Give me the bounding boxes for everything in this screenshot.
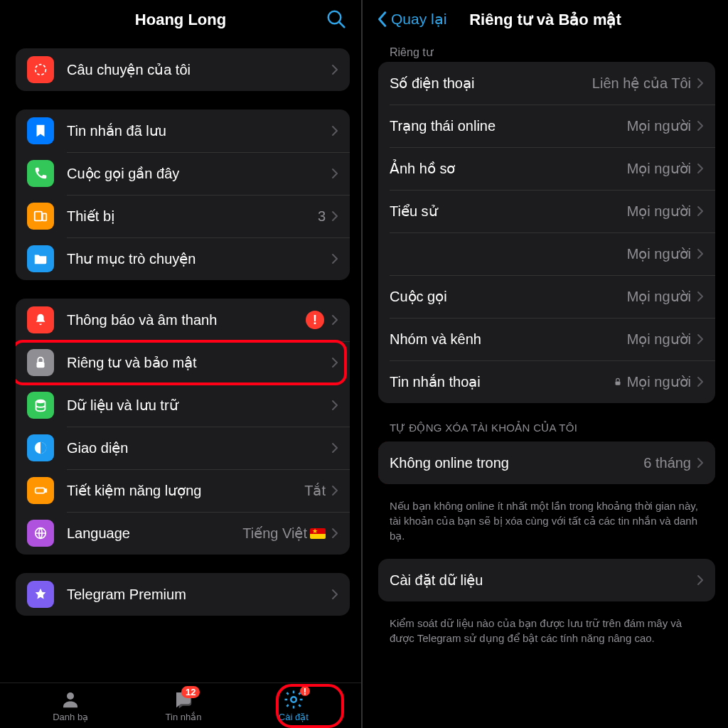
globe-icon: [27, 520, 54, 547]
privacy-row[interactable]: Nhóm và kênhMọi người: [378, 318, 715, 360]
settings-group: Thông báo và âm thanh!Riêng tư và bảo mậ…: [16, 299, 350, 555]
settings-group: Tin nhắn đã lưuCuộc gọi gần đâyThiết bị3…: [16, 109, 350, 280]
chevron-right-icon: [331, 125, 338, 136]
auto-delete-row[interactable]: Không online trong6 tháng: [378, 441, 715, 484]
svg-point-11: [67, 692, 74, 700]
privacy-row[interactable]: Số điện thoạiLiên hệ của Tôi: [378, 62, 715, 105]
privacy-row[interactable]: Mọi người: [378, 232, 715, 275]
alert-icon: !: [306, 311, 324, 329]
tab-chats[interactable]: Tin nhắn12: [166, 689, 202, 722]
row-label: Nhóm và kênh: [390, 331, 627, 348]
tab-label: Tin nhắn: [166, 712, 202, 722]
chevron-right-icon: [331, 314, 338, 326]
row-label: Cuộc gọi: [390, 288, 627, 305]
privacy-row[interactable]: Cuộc gọiMọi người: [378, 275, 715, 318]
appearance-icon: [27, 434, 54, 461]
privacy-row[interactable]: Ảnh hồ sơMọi người: [378, 147, 715, 190]
settings-row-bell[interactable]: Thông báo và âm thanh!: [16, 299, 350, 341]
devices-icon: [27, 203, 54, 230]
bell-icon: [27, 306, 54, 333]
phone-icon: [27, 160, 54, 187]
lock-icon: [27, 349, 54, 376]
svg-rect-4: [43, 213, 47, 220]
settings-row-story[interactable]: Câu chuyện của tôi: [16, 48, 350, 91]
chevron-right-icon: [697, 457, 704, 469]
settings-row-battery[interactable]: Tiết kiệm năng lượngTắt: [16, 469, 350, 512]
row-label: Số điện thoại: [390, 75, 592, 92]
row-label: Tin nhắn đã lưu: [67, 122, 331, 139]
svg-point-6: [36, 400, 46, 404]
data-settings-group: Cài đặt dữ liệu: [378, 559, 715, 601]
chevron-right-icon: [697, 333, 704, 345]
chevron-right-icon: [697, 376, 704, 387]
chevron-right-icon: [697, 77, 704, 89]
tab-label: Cài đặt: [279, 712, 309, 722]
svg-rect-13: [615, 381, 620, 385]
row-value: Mọi người: [627, 203, 691, 220]
settings-row-globe[interactable]: LanguageTiếng Việt: [16, 512, 350, 555]
row-label: Tiết kiệm năng lượng: [67, 482, 304, 499]
lock-icon: [613, 376, 623, 387]
chevron-right-icon: [331, 528, 338, 539]
data-settings-row[interactable]: Cài đặt dữ liệu: [378, 559, 715, 601]
auto-delete-footer: Nếu bạn không online ít nhất một lần tro…: [378, 491, 715, 543]
chevron-right-icon: [331, 485, 338, 496]
chevron-right-icon: [331, 442, 338, 454]
row-label: Tin nhắn thoại: [390, 373, 613, 390]
chevron-right-icon: [331, 64, 338, 75]
svg-point-12: [291, 697, 296, 702]
settings-row-lock[interactable]: Riêng tư và bảo mật: [16, 341, 350, 384]
data-settings-footer: Kiểm soát dữ liệu nào của bạn được lưu t…: [378, 609, 715, 646]
data-icon: [27, 392, 54, 419]
chevron-right-icon: [331, 357, 338, 368]
auto-delete-group: Không online trong6 tháng: [378, 441, 715, 484]
row-value: 3: [318, 208, 326, 225]
search-button[interactable]: [326, 9, 347, 33]
tab-settings[interactable]: Cài đặt!: [279, 689, 309, 722]
chevron-right-icon: [331, 253, 338, 264]
row-label: Trạng thái online: [390, 117, 627, 134]
row-label: Tiểu sử: [390, 203, 627, 220]
row-label: Cuộc gọi gần đây: [67, 165, 331, 182]
privacy-row[interactable]: Trạng thái onlineMọi người: [378, 105, 715, 147]
privacy-list: Riêng tưSố điện thoạiLiên hệ của TôiTrạn…: [363, 40, 728, 728]
tab-label: Danh bạ: [53, 712, 88, 722]
chevron-right-icon: [697, 248, 704, 259]
back-button[interactable]: Quay lại: [377, 11, 446, 28]
settings-row-phone[interactable]: Cuộc gọi gần đây: [16, 152, 350, 195]
settings-row-folder[interactable]: Thư mục trò chuyện: [16, 237, 350, 280]
privacy-title: Riêng tư và Bảo mật: [469, 11, 621, 29]
svg-rect-5: [37, 362, 45, 368]
tab-bar: Danh bạTin nhắn12Cài đặt!: [0, 682, 361, 728]
tab-badge: 12: [181, 686, 200, 698]
chevron-left-icon: [377, 11, 387, 28]
chevron-right-icon: [331, 400, 338, 411]
chevron-right-icon: [697, 574, 704, 586]
settings-list: Câu chuyện của tôiTin nhắn đã lưuCuộc gọ…: [0, 40, 361, 682]
auto-delete-header: TỰ ĐỘNG XÓA TÀI KHOẢN CỦA TÔI: [378, 422, 715, 441]
privacy-section-mini: Riêng tư: [378, 46, 715, 59]
settings-row-devices[interactable]: Thiết bị3: [16, 195, 350, 237]
tab-alert-dot: !: [300, 686, 310, 696]
settings-row-bookmark[interactable]: Tin nhắn đã lưu: [16, 109, 350, 152]
row-label: Thông báo và âm thanh: [67, 312, 306, 328]
settings-row-data[interactable]: Dữ liệu và lưu trữ: [16, 384, 350, 427]
row-label: Câu chuyện của tôi: [67, 61, 331, 78]
tab-contacts[interactable]: Danh bạ: [53, 689, 88, 722]
chevron-right-icon: [331, 589, 338, 600]
privacy-row[interactable]: Tiểu sửMọi người: [378, 190, 715, 232]
flag-icon: [310, 528, 326, 539]
row-value: Mọi người: [627, 117, 691, 134]
row-label: Thiết bị: [67, 208, 318, 225]
settings-row-star[interactable]: Telegram Premium: [16, 573, 350, 616]
row-value: Mọi người: [627, 160, 691, 177]
row-label: Không online trong: [390, 455, 643, 471]
chevron-right-icon: [331, 168, 338, 179]
svg-point-2: [36, 65, 46, 75]
settings-row-appearance[interactable]: Giao diện: [16, 427, 350, 469]
chevron-right-icon: [697, 163, 704, 174]
row-label: Giao diện: [67, 439, 331, 456]
privacy-header: Quay lại Riêng tư và Bảo mật: [363, 0, 728, 40]
row-value: 6 tháng: [643, 455, 691, 471]
privacy-row[interactable]: Tin nhắn thoạiMọi người: [378, 360, 715, 403]
